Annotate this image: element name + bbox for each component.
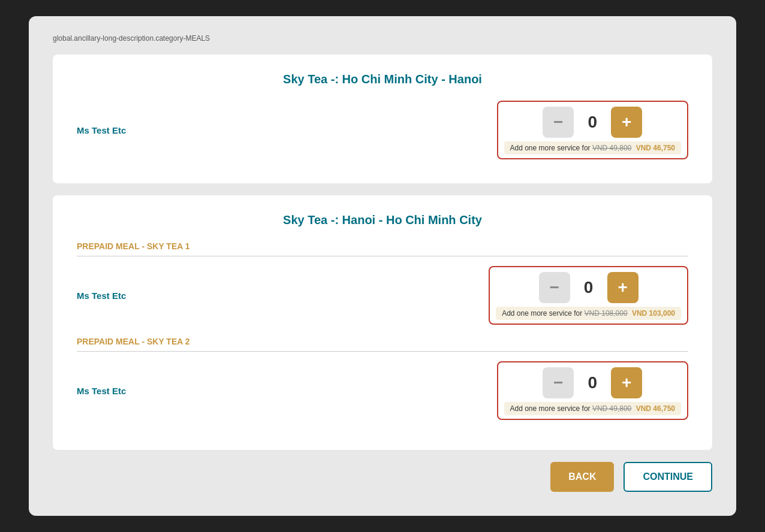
add-service-text-1-0: Add one more service for	[510, 144, 591, 152]
breadcrumb: global.ancillary-long-description.catego…	[53, 34, 712, 43]
increment-button-2-1-0[interactable]: +	[611, 367, 642, 398]
meal-category-label-2-1: PREPAID MEAL - SKY TEA 2	[77, 337, 688, 352]
footer-buttons: BACK CONTINUE	[53, 462, 712, 492]
increment-button-1-0[interactable]: +	[611, 107, 642, 138]
quantity-value-2-1-0: 0	[583, 373, 601, 392]
main-screen: global.ancillary-long-description.catego…	[29, 16, 736, 516]
quantity-value-2-0-0: 0	[580, 278, 598, 297]
decrement-button-2-1-0[interactable]: −	[543, 367, 574, 398]
flight-section-1: Sky Tea -: Ho Chi Minh City - Hanoi Ms T…	[53, 55, 712, 183]
flight-title-2: Sky Tea -: Hanoi - Ho Chi Minh City	[77, 213, 688, 227]
quantity-controls-2-0-0: − 0 +	[539, 272, 638, 303]
passenger-name-2-1-0: Ms Test Etc	[77, 386, 126, 396]
quantity-wrapper-2-1-0: − 0 + Add one more service for VND 49,80…	[497, 361, 689, 420]
quantity-controls-2-1-0: − 0 +	[543, 367, 642, 398]
decrement-button-1-0[interactable]: −	[543, 107, 574, 138]
quantity-wrapper-1-0: − 0 + Add one more service for VND 49,80…	[497, 101, 689, 159]
sale-price-2-0-0: VND 103,000	[632, 309, 675, 318]
original-price-1-0: VND 49,800	[592, 144, 631, 152]
passenger-row-1-0: Ms Test Etc − 0 + Add one more service f…	[77, 101, 688, 159]
add-service-text-2-0-0: Add one more service for	[502, 309, 582, 318]
add-service-label-2-1-0: Add one more service for VND 49,800 VND …	[504, 402, 682, 415]
meal-category-2-0: PREPAID MEAL - SKY TEA 1 Ms Test Etc − 0…	[77, 241, 688, 325]
quantity-controls-1-0: − 0 +	[543, 107, 642, 138]
add-service-text-2-1-0: Add one more service for	[510, 404, 591, 413]
sale-price-1-0: VND 46,750	[636, 144, 675, 152]
quantity-value-1-0: 0	[583, 113, 601, 132]
flight-section-2: Sky Tea -: Hanoi - Ho Chi Minh City PREP…	[53, 195, 712, 450]
back-button[interactable]: BACK	[550, 462, 614, 492]
quantity-wrapper-2-0-0: − 0 + Add one more service for VND 108,0…	[489, 266, 688, 325]
decrement-button-2-0-0[interactable]: −	[539, 272, 570, 303]
add-service-label-1-0: Add one more service for VND 49,800 VND …	[504, 141, 682, 155]
continue-button[interactable]: CONTINUE	[624, 462, 712, 492]
flight-title-1: Sky Tea -: Ho Chi Minh City - Hanoi	[77, 72, 688, 86]
original-price-2-0-0: VND 108,000	[585, 309, 628, 318]
passenger-name-1-0: Ms Test Etc	[77, 125, 126, 135]
meal-category-2-1: PREPAID MEAL - SKY TEA 2 Ms Test Etc − 0…	[77, 337, 688, 420]
passenger-row-2-1-0: Ms Test Etc − 0 + Add one more service f…	[77, 361, 688, 420]
meal-category-label-2-0: PREPAID MEAL - SKY TEA 1	[77, 241, 688, 256]
passenger-row-2-0-0: Ms Test Etc − 0 + Add one more service f…	[77, 266, 688, 325]
add-service-label-2-0-0: Add one more service for VND 108,000 VND…	[496, 307, 681, 320]
passenger-name-2-0-0: Ms Test Etc	[77, 291, 126, 301]
original-price-2-1-0: VND 49,800	[592, 404, 631, 413]
increment-button-2-0-0[interactable]: +	[607, 272, 638, 303]
sale-price-2-1-0: VND 46,750	[636, 404, 675, 413]
